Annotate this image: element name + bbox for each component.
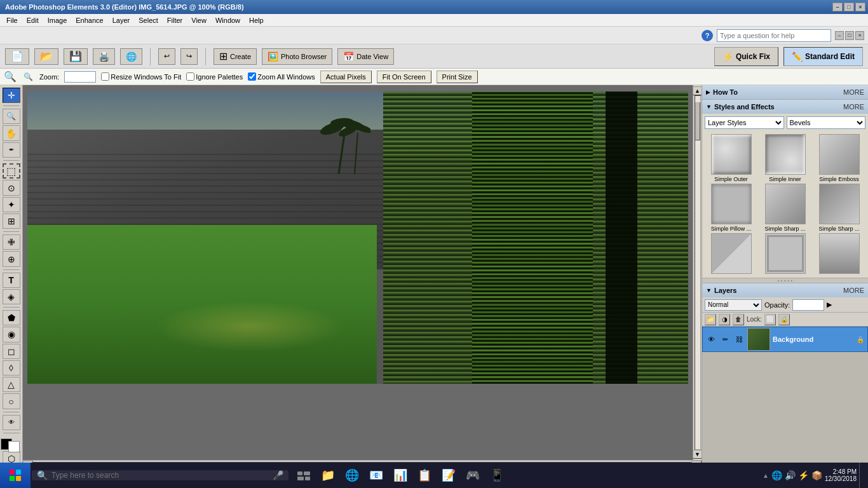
- zoom-tool[interactable]: 🔍: [3, 109, 20, 124]
- layers-header[interactable]: ▼ Layers MORE: [702, 283, 868, 297]
- styles-more[interactable]: MORE: [843, 103, 864, 111]
- date-view-btn[interactable]: 📅 Date View: [337, 48, 394, 65]
- volume-icon[interactable]: 🔊: [785, 470, 796, 480]
- layer-visibility-eye[interactable]: 👁: [705, 334, 717, 345]
- custom-shape-tool[interactable]: ◈: [3, 289, 20, 304]
- redo-btn[interactable]: ↪: [180, 48, 198, 65]
- delete-layer-btn[interactable]: 🗑: [733, 314, 744, 325]
- help-minimize-btn[interactable]: –: [835, 31, 844, 40]
- layers-opacity-input[interactable]: 100%: [792, 299, 824, 311]
- sharpen-tool[interactable]: △: [3, 377, 20, 392]
- layer-background[interactable]: 👁 ✏ ⛓ Background 🔒: [702, 327, 868, 352]
- style-row3-1[interactable]: [705, 233, 757, 275]
- create-btn[interactable]: ⊞ Create: [214, 48, 257, 65]
- open-btn[interactable]: 📂: [34, 48, 58, 65]
- help-restore-btn[interactable]: □: [845, 31, 854, 40]
- menu-file[interactable]: File: [3, 15, 22, 25]
- background-color-swatch[interactable]: [8, 441, 20, 452]
- lock-all-btn[interactable]: 🔒: [778, 314, 790, 325]
- layers-mode-select[interactable]: Normal: [705, 299, 762, 311]
- menu-layer[interactable]: Layer: [109, 15, 134, 25]
- new-adjustment-layer-btn[interactable]: ◑: [719, 314, 730, 325]
- v-scroll-track[interactable]: [695, 95, 701, 450]
- minimize-btn[interactable]: –: [832, 3, 843, 11]
- menu-help[interactable]: Help: [245, 15, 268, 25]
- show-desktop-btn[interactable]: [859, 463, 863, 488]
- zoom-all-check[interactable]: Zoom All Windows: [248, 72, 315, 81]
- close-btn[interactable]: ×: [855, 3, 865, 11]
- how-to-more[interactable]: MORE: [843, 88, 864, 96]
- style-simple-outer[interactable]: Simple Outer: [705, 134, 757, 182]
- photo-browser-btn[interactable]: 🖼️ Photo Browser: [262, 48, 332, 65]
- quick-fix-btn[interactable]: ⚡ Quick Fix: [714, 47, 778, 66]
- eyedropper-tool[interactable]: ✒: [3, 142, 20, 158]
- taskbar-chrome[interactable]: 🌐: [341, 464, 363, 487]
- mic-icon[interactable]: 🎤: [273, 470, 283, 480]
- eraser-tool[interactable]: ◻: [3, 344, 20, 359]
- menu-image[interactable]: Image: [44, 15, 71, 25]
- menu-view[interactable]: View: [187, 15, 210, 25]
- smudge-tool[interactable]: ◊: [3, 360, 20, 376]
- opacity-arrow[interactable]: ▶: [827, 301, 832, 309]
- taskbar-excel[interactable]: 📊: [389, 464, 412, 487]
- menu-window[interactable]: Window: [212, 15, 244, 25]
- undo-btn[interactable]: ↩: [158, 48, 175, 65]
- menu-edit[interactable]: Edit: [23, 15, 43, 25]
- how-to-header[interactable]: ▶ How To MORE: [702, 85, 868, 99]
- style-row3-3[interactable]: [813, 233, 865, 275]
- style-simple-sharp2[interactable]: Simple Sharp ...: [813, 184, 865, 232]
- style-simple-inner[interactable]: Simple Inner: [759, 134, 811, 182]
- style-simple-emboss[interactable]: Simple Emboss: [813, 134, 865, 182]
- print-btn[interactable]: 🖨️: [93, 48, 115, 65]
- lock-transparent-btn[interactable]: ⬜: [764, 314, 776, 325]
- taskbar-task-view[interactable]: [292, 464, 315, 487]
- paint-bucket-tool[interactable]: ⬟: [3, 310, 20, 325]
- clone-tool[interactable]: ⊕: [3, 251, 20, 266]
- menu-filter[interactable]: Filter: [163, 15, 186, 25]
- styles-effects-header[interactable]: ▼ Styles and Effects MORE: [702, 100, 868, 114]
- taskbar-app7[interactable]: 🎮: [461, 464, 484, 487]
- styles-type-select[interactable]: Bevels: [787, 116, 866, 129]
- move-tool[interactable]: ✛: [3, 88, 20, 103]
- layer-edit-brush[interactable]: ✏: [719, 334, 731, 345]
- help-search-input[interactable]: [717, 29, 831, 42]
- style-simple-pillow[interactable]: Simple Pillow ...: [705, 184, 757, 232]
- taskbar-outlook[interactable]: 📧: [365, 464, 388, 487]
- taskbar-search-bar[interactable]: 🔍 🎤: [32, 470, 288, 480]
- dodge-tool[interactable]: ○: [3, 393, 20, 409]
- zoom-input[interactable]: 100%: [64, 71, 96, 83]
- zoom-magnify-icon[interactable]: 🔍: [4, 71, 17, 83]
- standard-edit-btn[interactable]: ✏️ Standard Edit: [783, 47, 863, 66]
- text-tool[interactable]: T: [3, 273, 20, 288]
- help-icon[interactable]: ?: [702, 30, 713, 41]
- new-layer-set-btn[interactable]: 📁: [705, 314, 716, 325]
- image-canvas[interactable]: [27, 92, 688, 384]
- menu-enhance[interactable]: Enhance: [72, 15, 107, 25]
- vertical-scrollbar[interactable]: ▲ ▼: [693, 85, 702, 460]
- crop-tool[interactable]: ⊞: [3, 214, 20, 229]
- dropbox-icon[interactable]: 📦: [811, 470, 822, 480]
- new-btn[interactable]: 📄: [5, 48, 29, 65]
- red-eye-tool[interactable]: 👁: [3, 415, 20, 430]
- taskbar-app8[interactable]: 📱: [485, 464, 508, 487]
- network-icon[interactable]: 🌐: [771, 470, 782, 480]
- style-simple-sharp1[interactable]: Simple Sharp ...: [759, 184, 811, 232]
- magic-wand-tool[interactable]: ✦: [3, 197, 20, 212]
- ignore-palettes-check[interactable]: Ignore Palettes: [186, 72, 243, 81]
- selection-tool[interactable]: ⬚: [3, 163, 20, 179]
- v-scroll-up[interactable]: ▲: [693, 86, 702, 95]
- start-button[interactable]: [0, 463, 31, 488]
- v-scroll-thumb[interactable]: [695, 102, 700, 140]
- help-close-btn[interactable]: ×: [855, 31, 864, 40]
- style-row3-2[interactable]: [759, 233, 811, 275]
- lasso-tool[interactable]: ⊙: [3, 180, 20, 195]
- taskbar-search-input[interactable]: [51, 471, 269, 480]
- resize-windows-check[interactable]: Resize Windows To Fit: [101, 72, 181, 81]
- brush-tool[interactable]: ◉: [3, 327, 20, 342]
- tray-datetime[interactable]: 2:48 PM 12/30/2018: [825, 468, 857, 482]
- styles-category-select[interactable]: Layer Styles: [705, 116, 784, 129]
- battery-icon[interactable]: ⚡: [798, 470, 809, 480]
- menu-select[interactable]: Select: [135, 15, 162, 25]
- taskbar-project[interactable]: 📋: [413, 464, 436, 487]
- actual-pixels-btn[interactable]: Actual Pixels: [320, 71, 372, 83]
